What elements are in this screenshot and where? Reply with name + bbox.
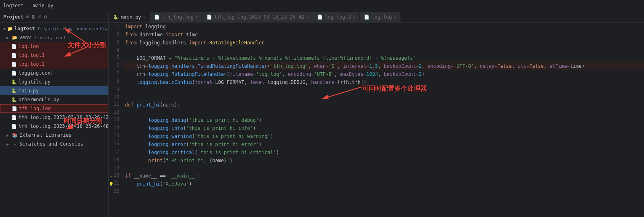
- sidebar-item-tfh-log-2[interactable]: 📄 tfh_log.log.2023-03-18_23-26-48: [0, 122, 108, 131]
- gutter-11: [109, 101, 114, 109]
- gutter-14: [109, 124, 114, 132]
- table-row: 6 tfh=logging.handlers.TimedRotatingFile…: [109, 62, 644, 70]
- expand-icon[interactable]: ⤢: [37, 14, 41, 20]
- line-content-14: logging.info('this is print_hi info'): [123, 124, 644, 132]
- line-num-6: 6: [114, 62, 123, 70]
- project-name: logtest: [3, 3, 24, 8]
- venv-icon: 📂: [12, 35, 18, 40]
- sidebar-item-logging-conf[interactable]: 📄 logging.conf: [0, 69, 108, 77]
- sidebar-item-logutils-py[interactable]: 🐍 logutils.py: [0, 77, 108, 86]
- line-content-6: tfh=logging.handlers.TimedRotatingFileHa…: [123, 62, 644, 70]
- sidebar-item-othermodule-py[interactable]: 🐍 othermodule.py: [0, 95, 108, 104]
- tfh-log-1-icon: 📄: [11, 115, 17, 120]
- tab-log-log[interactable]: 📄 log.log ✕: [360, 12, 401, 22]
- tab-tfh-log-icon: 📄: [154, 15, 160, 20]
- tab-log-log-icon: 📄: [364, 15, 369, 20]
- sidebar-item-main-py[interactable]: 🐍 main.py: [0, 86, 108, 95]
- py-icon-1: 🐍: [11, 79, 17, 85]
- tab-log-log-2-close[interactable]: ✕: [353, 15, 355, 19]
- logutils-label: logutils.py: [19, 79, 50, 85]
- log-icon-1: 📄: [11, 44, 17, 49]
- tab-tfh-log[interactable]: 📄 tfh_log.log ✕: [150, 12, 203, 22]
- line-content-15: logging.warning('this is print_hi warnin…: [123, 132, 644, 140]
- main-layout: Project ⊕ ≣ ⤢ ⚙ – ▼ 📁 logtest D:\project…: [0, 11, 644, 217]
- py-icon-main: 🐍: [11, 88, 17, 94]
- scratches-label: Scratches and Consoles: [19, 141, 83, 147]
- gutter-12: [109, 109, 114, 116]
- table-row: 5 LOG_FORMAT = "%(asctime)s - %(levelnam…: [109, 54, 644, 62]
- arrow-logtest: ▼: [3, 27, 6, 31]
- line-num-4: 4: [114, 47, 123, 54]
- line-num-17: 17: [114, 148, 123, 156]
- tab-main-py[interactable]: 🐍 main.py ✕: [109, 12, 150, 22]
- tab-main-py-label: main.py: [121, 15, 141, 20]
- tab-tfh-log-2023-icon: 📄: [206, 15, 212, 20]
- sidebar-item-external-libs[interactable]: ▶ 📚 External Libraries: [0, 131, 108, 140]
- tab-log-log-close[interactable]: ✕: [394, 15, 396, 19]
- line-content-8: logging.basicConfig(format=LOG_FORMAT, l…: [123, 78, 644, 86]
- line-content-17: logging.critical('this is print_hi criti…: [123, 148, 644, 156]
- line-num-12: 12: [114, 109, 123, 116]
- line-content-7: rfh=logging.RotatingFileHandler(filename…: [123, 70, 644, 78]
- sidebar-item-log-log-2[interactable]: 📄 log.log.2: [0, 60, 108, 69]
- sidebar-item-tfh-log[interactable]: 📄 tfh_log.log: [0, 104, 108, 113]
- line-content-9: [123, 86, 644, 94]
- line-num-11: 11: [114, 101, 123, 109]
- gutter-8: [109, 78, 114, 86]
- add-icon[interactable]: ⊕: [26, 14, 29, 20]
- gutter-7: [109, 70, 114, 78]
- code-editor[interactable]: 1 import logging 2 from datetime import …: [109, 23, 644, 195]
- sidebar-item-logtest-root[interactable]: ▼ 📁 logtest D:\project\pythonproject\wor…: [0, 24, 108, 33]
- table-row: 17 logging.critical('this is print_hi cr…: [109, 148, 644, 156]
- sidebar-item-scratches[interactable]: ▶ ✏ Scratches and Consoles: [0, 140, 108, 148]
- gutter-2: [109, 31, 114, 39]
- tab-tfh-log-close[interactable]: ✕: [196, 15, 198, 19]
- layout-icon[interactable]: ≣: [31, 14, 35, 20]
- table-row: 18 print(f'Hi print_hi, {name}'): [109, 156, 644, 165]
- line-content-11: def print_hi(name):: [123, 101, 644, 109]
- tab-log-log-2-icon: 📄: [317, 15, 323, 20]
- line-content-18: print(f'Hi print_hi, {name}'): [123, 156, 644, 165]
- editor-area: 🐍 main.py ✕ 📄 tfh_log.log ✕ 📄 tfh_log.lo…: [109, 11, 644, 217]
- log-log-1-label: log.log.1: [19, 52, 45, 58]
- gutter-19: [109, 165, 114, 172]
- tab-main-py-close[interactable]: ✕: [143, 15, 146, 19]
- tfh-log-1-label: tfh_log.log.2023-03-18_23-26-42: [19, 115, 108, 120]
- scratches-icon: ✏: [12, 142, 18, 147]
- sidebar-content: ▼ 📁 logtest D:\project\pythonproject\wor…: [0, 23, 108, 217]
- line-content-16: logging.error('this is print_hi error'): [123, 140, 644, 148]
- settings-icon[interactable]: ⚙: [44, 14, 47, 20]
- line-content-20: if __name__ == '__main__':: [123, 172, 644, 180]
- gutter-22: [109, 188, 114, 195]
- tab-tfh-log-2023[interactable]: 📄 tfh_log.log.2023-03-18_23-26-42 ✕: [202, 12, 313, 22]
- conf-icon: 📄: [11, 71, 17, 76]
- line-content-13: logging.debug('this is print_hi debug'): [123, 116, 644, 124]
- gutter-9: [109, 86, 114, 94]
- ext-libs-icon: 📚: [12, 133, 18, 138]
- py-icon-2: 🐍: [11, 97, 17, 102]
- table-row: 11 def print_hi(name):: [109, 101, 644, 109]
- tab-log-log-2[interactable]: 📄 log.log.2 ✕: [313, 12, 360, 22]
- tab-bar: 🐍 main.py ✕ 📄 tfh_log.log ✕ 📄 tfh_log.lo…: [109, 11, 644, 23]
- table-row: 16 logging.error('this is print_hi error…: [109, 140, 644, 148]
- table-row: 12: [109, 109, 644, 116]
- line-num-16: 16: [114, 140, 123, 148]
- line-content-22: [123, 188, 644, 195]
- sidebar-item-venv[interactable]: ▶ 📂 venv library root: [0, 33, 108, 42]
- sidebar-header-title: Project: [3, 14, 24, 20]
- sidebar-item-tfh-log-1[interactable]: 📄 tfh_log.log.2023-03-18_23-26-42: [0, 113, 108, 122]
- tab-log-log-2-label: log.log.2: [325, 14, 351, 20]
- ext-libs-label: External Libraries: [19, 132, 72, 138]
- sidebar-item-log-log-1[interactable]: 📄 log.log.1: [0, 51, 108, 60]
- sidebar-item-log-log[interactable]: 📄 log.log: [0, 42, 108, 51]
- table-row: 14 logging.info('this is print_hi info'): [109, 124, 644, 132]
- line-num-18: 18: [114, 156, 123, 165]
- line-num-1: 1: [114, 23, 123, 31]
- tfh-log-2-icon: 📄: [11, 124, 17, 129]
- line-num-8: 8: [114, 78, 123, 86]
- table-row: ▶ 20 if __name__ == '__main__':: [109, 172, 644, 180]
- line-content-21: print_hi('XieJava'): [123, 180, 644, 188]
- tab-tfh-log-2023-close[interactable]: ✕: [306, 15, 309, 19]
- collapse-icon[interactable]: –: [50, 14, 53, 20]
- sidebar-header-icons: ⊕ ≣ ⤢ ⚙ –: [26, 14, 53, 20]
